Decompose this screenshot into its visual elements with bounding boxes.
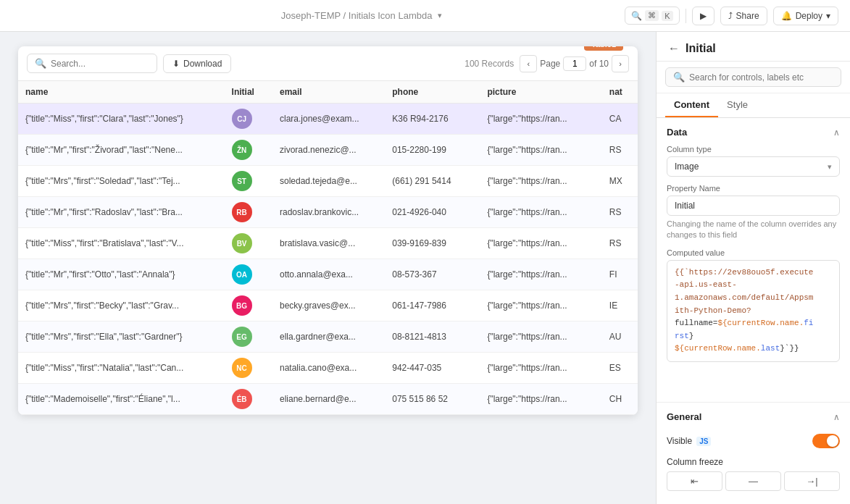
visible-toggle[interactable]: [812, 434, 840, 448]
cell-nat: RS: [602, 135, 638, 166]
table-row[interactable]: {"title":"Miss","first":"Natalia","last"…: [18, 353, 638, 384]
cell-name: {"title":"Mrs","first":"Ella","last":"Ga…: [18, 322, 225, 353]
table-row[interactable]: {"title":"Miss","first":"Bratislava","la…: [18, 228, 638, 259]
page-input[interactable]: [563, 56, 586, 71]
cell-phone: 039-9169-839: [385, 228, 480, 259]
freeze-middle-button[interactable]: —: [725, 471, 781, 491]
toggle-knob: [827, 435, 838, 447]
cell-phone: 021-4926-040: [385, 197, 480, 228]
data-table: name Initial email phone picture nat {"t…: [18, 81, 638, 415]
search-icon: 🔍: [673, 72, 685, 83]
share-icon: ⤴: [728, 11, 733, 21]
download-button[interactable]: ⬇ Download: [163, 54, 231, 73]
freeze-start-button[interactable]: ⇤: [667, 471, 722, 491]
general-collapse-icon[interactable]: ∧: [833, 412, 840, 422]
computed-value-label: Computed value: [667, 248, 840, 257]
cell-initial: BV: [225, 228, 272, 259]
cell-name: {"title":"Mr","first":"Otto","last":"Ann…: [18, 259, 225, 290]
search-shortcut[interactable]: 🔍 ⌘ K: [625, 7, 679, 25]
table-row[interactable]: {"title":"Mr","first":"Otto","last":"Ann…: [18, 259, 638, 290]
property-name-input[interactable]: [667, 196, 840, 216]
play-icon: ▶: [700, 11, 707, 21]
column-freeze-row: Column freeze ⇤ — →|: [667, 453, 840, 495]
breadcrumb-caret[interactable]: ▾: [438, 11, 442, 20]
cell-email: bratislava.vasic@...: [272, 228, 385, 259]
cell-initial: OA: [225, 259, 272, 290]
deploy-button[interactable]: 🔔 Deploy ▾: [773, 7, 838, 25]
tab-content[interactable]: Content: [665, 93, 718, 117]
prev-page-button[interactable]: ‹: [520, 55, 537, 72]
table-area: Table1 🔍 ⬇ Download 100 Records ‹ Page o: [0, 32, 656, 504]
search-input[interactable]: [51, 59, 138, 69]
panel-tabs: Content Style: [657, 93, 850, 118]
cell-name: {"title":"Mademoiselle","first":"Éliane"…: [18, 384, 225, 415]
bell-icon: 🔔: [781, 11, 792, 21]
cell-phone: 08-8121-4813: [385, 322, 480, 353]
table-row[interactable]: {"title":"Mr","first":"Radoslav","last":…: [18, 197, 638, 228]
col-header-initial: Initial: [225, 81, 272, 104]
cell-initial: ŽN: [225, 135, 272, 166]
cell-nat: ES: [602, 353, 638, 384]
cell-name: {"title":"Mr","first":"Radoslav","last":…: [18, 197, 225, 228]
cell-initial: NC: [225, 353, 272, 384]
cell-nat: CH: [602, 384, 638, 415]
panel-search-inner[interactable]: 🔍: [665, 67, 841, 87]
panel-search: 🔍: [657, 62, 850, 93]
page-label: Page: [540, 59, 560, 69]
cell-picture: {"large":"https://ran...: [480, 353, 601, 384]
breadcrumb: Joseph-TEMP / Initials Icon Lambda ▾: [281, 10, 443, 21]
cv-line5: fullname=: [675, 319, 717, 327]
section-divider: [657, 402, 850, 403]
table-header-row: name Initial email phone picture nat: [18, 81, 638, 104]
table-row[interactable]: {"title":"Mr","first":"Živorad","last":"…: [18, 135, 638, 166]
computed-value-box[interactable]: {{`https://2ev88ouo5f.execute -api.us-ea…: [667, 260, 840, 362]
freeze-end-button[interactable]: →|: [784, 471, 840, 491]
collapse-icon[interactable]: ∧: [833, 127, 840, 138]
data-section-header: Data ∧: [667, 127, 840, 138]
general-section-title: General: [667, 411, 701, 422]
back-button[interactable]: ←: [668, 42, 680, 55]
column-type-select[interactable]: Image ▾: [667, 156, 840, 177]
property-name-helper: Changing the name of the column override…: [667, 219, 840, 241]
cell-nat: FI: [602, 259, 638, 290]
cell-phone: 08-573-367: [385, 259, 480, 290]
table-row[interactable]: {"title":"Mademoiselle","first":"Éliane"…: [18, 384, 638, 415]
cell-nat: IE: [602, 290, 638, 322]
cv-var2: ${currentRow.name.: [675, 344, 761, 353]
cell-initial: RB: [225, 197, 272, 228]
table-scroll[interactable]: name Initial email phone picture nat {"t…: [18, 81, 638, 415]
share-button[interactable]: ⤴ Share: [720, 7, 767, 25]
cell-name: {"title":"Miss","first":"Bratislava","la…: [18, 228, 225, 259]
table-row[interactable]: {"title":"Miss","first":"Clara","last":"…: [18, 104, 638, 135]
cell-nat: CA: [602, 104, 638, 135]
cell-initial: CJ: [225, 104, 272, 135]
cv-close2: }`}}: [780, 344, 799, 353]
table-search-box[interactable]: 🔍: [27, 54, 157, 73]
table-row[interactable]: {"title":"Mrs","first":"Becky","last":"G…: [18, 290, 638, 322]
column-type-label: Column type: [667, 145, 840, 154]
next-page-button[interactable]: ›: [612, 55, 629, 72]
data-section-title: Data: [667, 127, 687, 138]
cell-initial: EG: [225, 322, 272, 353]
panel-search-input[interactable]: [689, 72, 833, 83]
col-header-nat: nat: [602, 81, 638, 104]
search-key1: ⌘: [645, 10, 659, 21]
cell-email: soledad.tejeda@e...: [272, 166, 385, 197]
table-row[interactable]: {"title":"Mrs","first":"Ella","last":"Ga…: [18, 322, 638, 353]
cv-line1: {{`https://2ev88ouo5f.execute: [675, 268, 813, 277]
cell-picture: {"large":"https://ran...: [480, 166, 601, 197]
cell-email: ella.gardner@exa...: [272, 322, 385, 353]
divider: [686, 9, 686, 23]
cell-email: radoslav.brankovic...: [272, 197, 385, 228]
topbar: Joseph-TEMP / Initials Icon Lambda ▾ 🔍 ⌘…: [0, 0, 850, 32]
tab-style[interactable]: Style: [718, 93, 757, 117]
table-label: Table1: [584, 46, 623, 51]
play-button[interactable]: ▶: [692, 7, 714, 25]
cell-email: otto.annala@exa...: [272, 259, 385, 290]
table-row[interactable]: {"title":"Mrs","first":"Soledad","last":…: [18, 166, 638, 197]
cell-name: {"title":"Miss","first":"Natalia","last"…: [18, 353, 225, 384]
cell-initial: ÉB: [225, 384, 272, 415]
cv-close1: }: [689, 332, 694, 340]
cell-name: {"title":"Mrs","first":"Soledad","last":…: [18, 166, 225, 197]
pagination: ‹ Page of 10 ›: [520, 55, 629, 72]
